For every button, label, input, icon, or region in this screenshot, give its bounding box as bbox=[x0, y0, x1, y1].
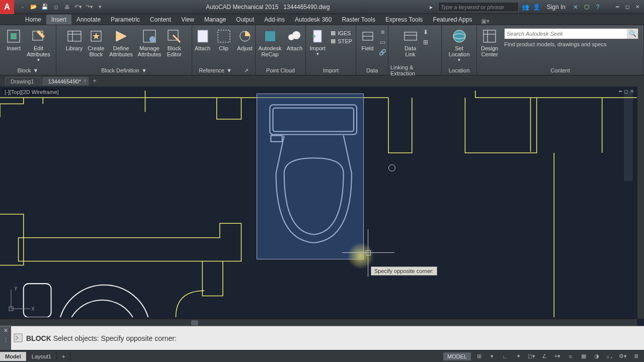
edit-attributes-button[interactable]: Edit Attributes▼ bbox=[25, 27, 52, 64]
design-center-button[interactable]: Design Center bbox=[479, 27, 500, 58]
new-icon[interactable]: ▫ bbox=[18, 3, 27, 12]
attach-button[interactable]: Attach bbox=[193, 27, 213, 52]
hyperlink-icon[interactable]: 🔗 bbox=[379, 48, 387, 56]
grid-icon[interactable]: ⊞ bbox=[474, 352, 484, 361]
space-badge[interactable]: MODEL bbox=[443, 352, 471, 360]
polar-icon[interactable]: ✦ bbox=[513, 352, 523, 361]
layout-tab-add[interactable]: + bbox=[57, 352, 70, 361]
signin-button[interactable]: Sign In bbox=[544, 4, 569, 11]
search-lens-icon[interactable]: 👥 bbox=[522, 3, 530, 11]
panel-location: Set Location▼ Location bbox=[442, 25, 477, 75]
command-line[interactable]: ✕⋮ BLOCK Select objects: Specify opposit… bbox=[0, 326, 644, 350]
new-tab-button[interactable]: + bbox=[90, 77, 100, 85]
redo-icon[interactable]: ↷▾ bbox=[85, 3, 94, 12]
doc-tab-current[interactable]: 1344465490*✕ bbox=[42, 77, 88, 85]
update-fields-icon[interactable]: ≡ bbox=[379, 28, 387, 36]
help-icon[interactable]: ? bbox=[594, 3, 602, 11]
dynamic-prompt-tooltip: Specify opposite corner: bbox=[371, 266, 437, 276]
recap-button[interactable]: Autodesk ReCap bbox=[257, 27, 284, 58]
tab-addins[interactable]: Add-ins bbox=[259, 15, 290, 25]
undo-icon[interactable]: ↶▾ bbox=[73, 3, 83, 12]
tab-view[interactable]: View bbox=[176, 15, 199, 25]
drawing-canvas[interactable]: [-][Top][2D Wireframe] ━ ◻ ✕ bbox=[0, 86, 644, 326]
dynamic-input-icon[interactable]: +▾ bbox=[552, 352, 562, 361]
step-button[interactable]: ▦STEP bbox=[329, 37, 354, 45]
cmdline-handle-icon[interactable]: ⋮ bbox=[3, 337, 9, 343]
scrollbar-horizontal[interactable] bbox=[0, 319, 637, 326]
ucs-icon[interactable]: YX bbox=[5, 286, 34, 315]
data-link-button[interactable]: Data Link bbox=[400, 27, 421, 58]
set-location-button[interactable]: Set Location▼ bbox=[447, 27, 472, 64]
download-link-icon[interactable]: ⬇ bbox=[422, 28, 430, 36]
osnap-icon[interactable]: ◻▾ bbox=[526, 352, 536, 361]
tab-autodesk360[interactable]: Autodesk 360 bbox=[290, 15, 337, 25]
app-menu-button[interactable] bbox=[0, 0, 14, 14]
insert-button[interactable]: Insert bbox=[4, 27, 24, 52]
tab-expresstools[interactable]: Express Tools bbox=[380, 15, 428, 25]
cycling-icon[interactable]: ◑ bbox=[592, 352, 602, 361]
tab-rastertools[interactable]: Raster Tools bbox=[337, 15, 380, 25]
click-highlight bbox=[347, 242, 374, 269]
maximize-button[interactable]: ◻ bbox=[623, 3, 632, 11]
scrollbar-vertical[interactable] bbox=[637, 86, 644, 319]
close-tab-icon[interactable]: ✕ bbox=[83, 78, 87, 83]
clip-button[interactable]: Clip bbox=[214, 27, 234, 52]
panel-content: Design Center 🔍 Find product models, dra… bbox=[477, 25, 644, 75]
plot-icon[interactable]: 🖶 bbox=[62, 3, 71, 12]
library-button[interactable]: Library bbox=[64, 27, 85, 52]
tab-content[interactable]: Content bbox=[145, 15, 176, 25]
tab-featuredapps[interactable]: Featured Apps bbox=[428, 15, 477, 25]
iges-button[interactable]: ▦IGES bbox=[329, 29, 354, 37]
field-button[interactable]: Field bbox=[358, 27, 378, 52]
insert-block-icon bbox=[6, 28, 22, 44]
doc-tab-drawing1[interactable]: Drawing1 bbox=[5, 77, 41, 85]
scroll-thumb[interactable] bbox=[191, 320, 198, 325]
create-block-button[interactable]: ★Create Block bbox=[86, 27, 106, 58]
infocenter-search[interactable]: Type a keyword or phrase bbox=[438, 2, 519, 12]
layout-tab-layout1[interactable]: Layout1 bbox=[27, 352, 57, 361]
import-button[interactable]: Import▼ bbox=[307, 27, 328, 58]
command-text: BLOCK Select objects: Specify opposite c… bbox=[26, 334, 177, 342]
lineweight-icon[interactable]: ≡ bbox=[566, 352, 576, 361]
exchange-icon[interactable]: ✕ bbox=[572, 3, 580, 11]
adjust-button[interactable]: Adjust bbox=[235, 27, 255, 52]
library-icon bbox=[66, 28, 83, 44]
infocenter-arrow-icon[interactable]: ▸ bbox=[427, 3, 435, 11]
status-customize-icon[interactable]: ≣ bbox=[631, 352, 641, 361]
open-icon[interactable]: 📂 bbox=[29, 3, 38, 12]
qat-more-icon[interactable]: ▾ bbox=[96, 3, 105, 12]
tab-output[interactable]: Output bbox=[231, 15, 259, 25]
layout-tab-model[interactable]: Model bbox=[0, 352, 27, 361]
otrack-icon[interactable]: ∠ bbox=[539, 352, 549, 361]
pc-attach-button[interactable]: Attach bbox=[284, 27, 304, 52]
cmdline-close-icon[interactable]: ✕ bbox=[4, 327, 8, 334]
transparency-icon[interactable]: ▦ bbox=[579, 352, 589, 361]
tab-home[interactable]: Home bbox=[20, 15, 46, 25]
extract-data-icon[interactable]: ⊞ bbox=[422, 38, 430, 46]
a360-icon[interactable]: ⬡ bbox=[583, 3, 591, 11]
manage-attributes-button[interactable]: Manage Attributes bbox=[136, 27, 163, 58]
tab-annotate[interactable]: Annotate bbox=[71, 15, 106, 25]
tab-manage[interactable]: Manage bbox=[199, 15, 231, 25]
define-attributes-button[interactable]: Define Attributes bbox=[107, 27, 134, 58]
snap-icon[interactable]: ▾ bbox=[487, 352, 497, 361]
svg-point-22 bbox=[453, 30, 465, 42]
block-editor-button[interactable]: Block Editor bbox=[164, 27, 184, 58]
ortho-icon[interactable]: ∟ bbox=[500, 352, 510, 361]
seek-go-icon[interactable]: 🔍 bbox=[627, 29, 638, 39]
block-editor-icon bbox=[166, 28, 182, 44]
tab-insert[interactable]: Insert bbox=[46, 15, 71, 25]
save-icon[interactable]: 💾 bbox=[40, 3, 49, 12]
close-button[interactable]: ✕ bbox=[633, 3, 642, 11]
autodesk-seek-input[interactable] bbox=[505, 31, 627, 37]
annotation-scale-icon[interactable]: ⟐▾ bbox=[605, 352, 615, 361]
data-link-icon bbox=[403, 28, 419, 44]
svg-rect-1 bbox=[11, 33, 17, 39]
ole-icon[interactable]: ▭ bbox=[379, 38, 387, 46]
tab-parametric[interactable]: Parametric bbox=[106, 15, 145, 25]
ribbon-collapse-icon[interactable]: ▣▾ bbox=[481, 18, 490, 25]
minimize-button[interactable]: ━ bbox=[613, 3, 622, 11]
cmdline-prompt-icon[interactable] bbox=[13, 333, 24, 344]
workspace-icon[interactable]: ⚙▾ bbox=[618, 352, 628, 361]
saveas-icon[interactable]: ⎙ bbox=[51, 3, 60, 12]
